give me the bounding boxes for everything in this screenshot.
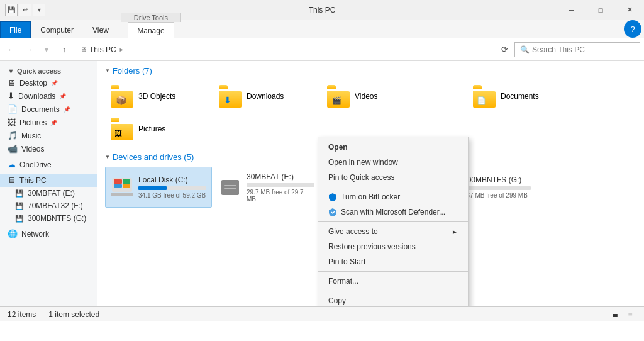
tab-manage[interactable]: Manage	[128, 22, 174, 38]
drive-e-name: 30MBFAT (E:)	[247, 172, 314, 181]
ctx-give-access[interactable]: Give access to ►	[318, 224, 468, 239]
search-box: 🔍	[514, 42, 640, 57]
chevron-down-icon: ▼	[8, 67, 14, 75]
drive-tools-label: Drive Tools	[121, 13, 181, 22]
sidebar-quick-access[interactable]: ▼ Quick access	[0, 64, 97, 76]
tile-view-button[interactable]: ≣	[609, 308, 621, 321]
ctx-format-label: Format...	[328, 277, 358, 286]
folder-dl-icon: ⬇	[219, 85, 242, 108]
ctx-format[interactable]: Format...	[318, 274, 468, 289]
sidebar-network-label: Network	[21, 230, 49, 238]
maximize-button[interactable]: □	[586, 0, 615, 20]
ctx-sep-3	[318, 271, 468, 272]
ctx-bitlocker-content: Turn on BitLocker	[328, 193, 400, 201]
title-bar: 💾 ↩ ▾ This PC ─ □ ✕	[0, 0, 644, 20]
sidebar-documents-label: Documents	[21, 105, 60, 114]
sidebar-item-desktop[interactable]: 🖥 Desktop 📌	[0, 76, 97, 89]
drive-c-icon	[111, 176, 133, 199]
sidebar-item-30mbfat[interactable]: 💾 30MBFAT (E:)	[0, 187, 97, 199]
sidebar-item-pictures[interactable]: 🖼 Pictures 📌	[0, 116, 97, 129]
sidebar-item-videos[interactable]: 📹 Videos	[0, 142, 97, 155]
folders-collapse-icon[interactable]: ▼	[105, 68, 110, 74]
ctx-open[interactable]: Open	[318, 140, 468, 155]
help-button[interactable]: ?	[624, 20, 641, 38]
documents-icon: 📄	[8, 104, 18, 114]
drive-e-icon: 💾	[15, 189, 24, 198]
status-bar: 12 items 1 item selected ≣ ≡	[0, 306, 644, 321]
sidebar-quick-access-label: Quick access	[17, 67, 61, 75]
quick-access-toolbar: 💾 ↩ ▾	[5, 4, 45, 16]
quick-save-btn[interactable]: 💾	[5, 4, 18, 16]
sidebar-music-label: Music	[21, 131, 41, 140]
sidebar-item-music[interactable]: 🎵 Music	[0, 129, 97, 142]
sidebar: ▼ Quick access 🖥 Desktop 📌 ⬇ Downloads 📌…	[0, 61, 97, 306]
close-button[interactable]: ✕	[615, 0, 644, 20]
ctx-give-access-label: Give access to	[328, 227, 378, 236]
ctx-bitlocker[interactable]: Turn on BitLocker	[318, 189, 468, 204]
sidebar-item-network[interactable]: 🌐 Network	[0, 227, 97, 240]
folder-documents[interactable]: 📄 Documents	[467, 81, 574, 112]
sidebar-desktop-label: Desktop	[19, 79, 47, 87]
detail-view-button[interactable]: ≡	[624, 308, 636, 321]
devices-collapse-icon[interactable]: ▼	[105, 154, 110, 160]
devices-section-label: Devices and drives (5)	[113, 152, 194, 162]
sidebar-item-onedrive[interactable]: ☁ OneDrive	[0, 158, 97, 171]
sidebar-item-downloads[interactable]: ⬇ Downloads 📌	[0, 89, 97, 103]
up-button[interactable]: ↑	[57, 42, 72, 57]
ctx-pin-label: Pin to Quick access	[328, 173, 394, 182]
pin-icon-doc: 📌	[64, 106, 70, 113]
ctx-copy[interactable]: Copy	[318, 293, 468, 306]
recent-button[interactable]: ▼	[39, 42, 54, 57]
ctx-restore-versions[interactable]: Restore previous versions	[318, 239, 468, 254]
folder-videos[interactable]: 🎬 Videos	[321, 81, 428, 112]
search-icon: 🔍	[520, 45, 530, 54]
ctx-defender[interactable]: Scan with Microsoft Defender...	[318, 204, 468, 220]
ctx-open-label: Open	[328, 143, 348, 152]
sidebar-item-this-pc[interactable]: 🖥 This PC	[0, 174, 97, 187]
drive-c-info: Local Disk (C:) 34.1 GB free of 59.2 GB	[138, 176, 206, 199]
folder-3d-objects[interactable]: 📦 3D Objects	[105, 81, 212, 112]
sidebar-item-300mbntfs[interactable]: 💾 300MBNTFS (G:)	[0, 212, 97, 225]
search-input[interactable]	[532, 45, 635, 54]
tab-view[interactable]: View	[83, 21, 118, 38]
ctx-restore-label: Restore previous versions	[328, 242, 416, 251]
drive-c[interactable]: Local Disk (C:) 34.1 GB free of 59.2 GB	[105, 167, 212, 208]
folder-doc-icon: 📄	[473, 85, 496, 108]
folder-vid-icon: 🎬	[327, 85, 350, 108]
tab-computer[interactable]: Computer	[31, 21, 83, 38]
drive-f-icon: 💾	[15, 202, 24, 210]
downloads-icon: ⬇	[8, 91, 14, 101]
ctx-pin-start-label: Pin to Start	[328, 257, 365, 266]
navigation-bar: ← → ▼ ↑ 🖥 This PC ► ⟳ 🔍	[0, 38, 644, 61]
drive-c-size: 34.1 GB free of 59.2 GB	[138, 192, 206, 199]
pin-icon: 📌	[51, 80, 58, 86]
drive-e[interactable]: 30MBFAT (E:) 29.7 MB free of 29.7 MB	[213, 167, 320, 208]
back-button[interactable]: ←	[4, 42, 19, 57]
drive-g-name: 300MBNTFS (G:)	[463, 176, 531, 184]
ctx-open-new-window[interactable]: Open in new window	[318, 155, 468, 170]
shield-icon	[328, 193, 337, 201]
videos-icon: 📹	[8, 144, 18, 154]
breadcrumb[interactable]: 🖥 This PC ►	[74, 42, 494, 57]
sidebar-item-documents[interactable]: 📄 Documents 📌	[0, 103, 97, 116]
ctx-pin-quick-access[interactable]: Pin to Quick access	[318, 170, 468, 185]
drive-g-bar	[463, 186, 531, 190]
quick-more-btn[interactable]: ▾	[33, 4, 45, 16]
forward-button[interactable]: →	[21, 42, 36, 57]
folders-section-title: ▼ Folders (7)	[105, 66, 636, 75]
drive-e-fill	[247, 183, 247, 187]
refresh-button[interactable]: ⟳	[497, 42, 512, 57]
folder-videos-label: Videos	[355, 92, 377, 101]
folder-pictures[interactable]: 🖼 Pictures	[105, 113, 212, 145]
folder-downloads[interactable]: ⬇ Downloads	[213, 81, 320, 112]
minimize-button[interactable]: ─	[557, 0, 586, 20]
quick-undo-btn[interactable]: ↩	[19, 4, 31, 16]
pictures-icon: 🖼	[8, 118, 16, 127]
sidebar-item-70mbfat[interactable]: 💾 70MBFAT32 (F:)	[0, 199, 97, 212]
tab-file[interactable]: File	[0, 21, 31, 38]
drive-g-icon: 💾	[15, 215, 24, 223]
network-icon: 🌐	[8, 229, 18, 238]
ctx-pin-start[interactable]: Pin to Start	[318, 254, 468, 269]
ctx-sep-4	[318, 291, 468, 291]
folder-3d-label: 3D Objects	[138, 92, 175, 101]
